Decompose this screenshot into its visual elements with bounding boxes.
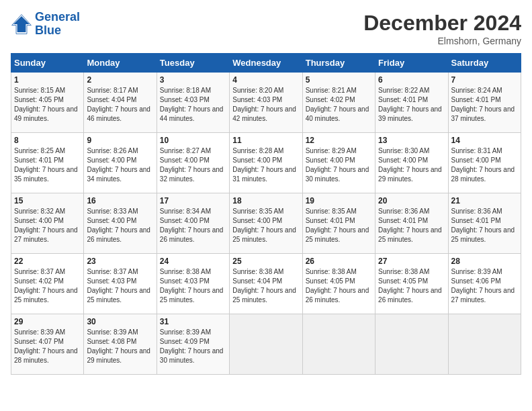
day-cell-3: 3Sunrise: 8:18 AMSunset: 4:03 PMDaylight… xyxy=(157,73,229,133)
day-cell-17: 17Sunrise: 8:34 AMSunset: 4:00 PMDayligh… xyxy=(157,193,229,254)
day-cell-8: 8Sunrise: 8:25 AMSunset: 4:01 PMDaylight… xyxy=(11,133,84,193)
page-header: General Blue December 2024 Elmshorn, Ger… xyxy=(11,11,521,46)
day-cell-5: 5Sunrise: 8:21 AMSunset: 4:02 PMDaylight… xyxy=(302,73,375,133)
day-cell-30: 30Sunrise: 8:39 AMSunset: 4:08 PMDayligh… xyxy=(84,314,157,375)
day-cell-2: 2Sunrise: 8:17 AMSunset: 4:04 PMDaylight… xyxy=(84,73,157,133)
day-cell-24: 24Sunrise: 8:38 AMSunset: 4:03 PMDayligh… xyxy=(157,254,229,314)
day-cell-16: 16Sunrise: 8:33 AMSunset: 4:00 PMDayligh… xyxy=(84,193,157,254)
day-cell-21: 21Sunrise: 8:36 AMSunset: 4:01 PMDayligh… xyxy=(448,193,521,254)
day-cell-7: 7Sunrise: 8:24 AMSunset: 4:01 PMDaylight… xyxy=(448,73,521,133)
day-cell-29: 29Sunrise: 8:39 AMSunset: 4:07 PMDayligh… xyxy=(11,314,84,375)
day-cell-20: 20Sunrise: 8:36 AMSunset: 4:01 PMDayligh… xyxy=(375,193,448,254)
day-cell-4: 4Sunrise: 8:20 AMSunset: 4:03 PMDaylight… xyxy=(230,73,302,133)
col-header-tuesday: Tuesday xyxy=(157,54,229,73)
logo-text: General Blue xyxy=(35,11,80,38)
logo-icon xyxy=(11,13,32,35)
day-cell-31: 31Sunrise: 8:39 AMSunset: 4:09 PMDayligh… xyxy=(157,314,229,375)
col-header-sunday: Sunday xyxy=(11,54,84,73)
week-row-3: 15Sunrise: 8:32 AMSunset: 4:00 PMDayligh… xyxy=(11,193,521,254)
day-cell-26: 26Sunrise: 8:38 AMSunset: 4:05 PMDayligh… xyxy=(302,254,375,314)
week-row-2: 8Sunrise: 8:25 AMSunset: 4:01 PMDaylight… xyxy=(11,133,521,193)
day-cell-27: 27Sunrise: 8:38 AMSunset: 4:05 PMDayligh… xyxy=(375,254,448,314)
day-cell-13: 13Sunrise: 8:30 AMSunset: 4:00 PMDayligh… xyxy=(375,133,448,193)
day-cell-6: 6Sunrise: 8:22 AMSunset: 4:01 PMDaylight… xyxy=(375,73,448,133)
day-cell-28: 28Sunrise: 8:39 AMSunset: 4:06 PMDayligh… xyxy=(448,254,521,314)
col-header-friday: Friday xyxy=(375,54,448,73)
logo-line1: General xyxy=(35,10,80,24)
month-title: December 2024 xyxy=(363,11,521,36)
day-cell-25: 25Sunrise: 8:38 AMSunset: 4:04 PMDayligh… xyxy=(230,254,302,314)
week-row-4: 22Sunrise: 8:37 AMSunset: 4:02 PMDayligh… xyxy=(11,254,521,314)
day-cell-18: 18Sunrise: 8:35 AMSunset: 4:00 PMDayligh… xyxy=(230,193,302,254)
col-header-saturday: Saturday xyxy=(448,54,521,73)
location: Elmshorn, Germany xyxy=(363,36,521,46)
day-cell-14: 14Sunrise: 8:31 AMSunset: 4:00 PMDayligh… xyxy=(448,133,521,193)
empty-cell xyxy=(448,314,521,375)
week-row-1: 1Sunrise: 8:15 AMSunset: 4:05 PMDaylight… xyxy=(11,73,521,133)
logo: General Blue xyxy=(11,11,80,38)
col-header-monday: Monday xyxy=(84,54,157,73)
logo-line2: Blue xyxy=(35,24,61,37)
empty-cell xyxy=(302,314,375,375)
calendar-table: SundayMondayTuesdayWednesdayThursdayFrid… xyxy=(11,53,521,375)
day-cell-11: 11Sunrise: 8:28 AMSunset: 4:00 PMDayligh… xyxy=(230,133,302,193)
empty-cell xyxy=(375,314,448,375)
day-cell-9: 9Sunrise: 8:26 AMSunset: 4:00 PMDaylight… xyxy=(84,133,157,193)
day-cell-10: 10Sunrise: 8:27 AMSunset: 4:00 PMDayligh… xyxy=(157,133,229,193)
day-cell-22: 22Sunrise: 8:37 AMSunset: 4:02 PMDayligh… xyxy=(11,254,84,314)
day-cell-19: 19Sunrise: 8:35 AMSunset: 4:01 PMDayligh… xyxy=(302,193,375,254)
col-header-thursday: Thursday xyxy=(302,54,375,73)
day-cell-23: 23Sunrise: 8:37 AMSunset: 4:03 PMDayligh… xyxy=(84,254,157,314)
title-block: December 2024 Elmshorn, Germany xyxy=(363,11,521,46)
week-row-5: 29Sunrise: 8:39 AMSunset: 4:07 PMDayligh… xyxy=(11,314,521,375)
header-row: SundayMondayTuesdayWednesdayThursdayFrid… xyxy=(11,54,521,73)
day-cell-1: 1Sunrise: 8:15 AMSunset: 4:05 PMDaylight… xyxy=(11,73,84,133)
empty-cell xyxy=(230,314,302,375)
col-header-wednesday: Wednesday xyxy=(230,54,302,73)
day-cell-15: 15Sunrise: 8:32 AMSunset: 4:00 PMDayligh… xyxy=(11,193,84,254)
day-cell-12: 12Sunrise: 8:29 AMSunset: 4:00 PMDayligh… xyxy=(302,133,375,193)
